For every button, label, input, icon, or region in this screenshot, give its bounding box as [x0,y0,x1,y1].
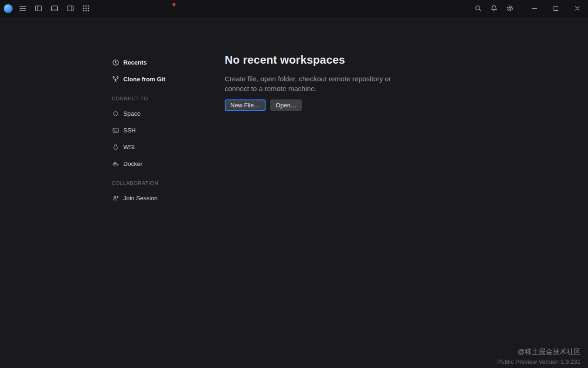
sidebar-item-label: Docker [123,160,142,167]
panel-right-icon[interactable] [65,3,76,14]
search-icon[interactable] [473,3,484,14]
section-header-collaboration: COLLABORATION [112,180,209,186]
space-logo-icon [112,110,119,117]
apps-grid-icon[interactable] [80,3,92,14]
watermark-text: @稀土掘金技术社区 [497,348,581,356]
page-title: No recent workspaces [225,52,439,68]
open-button[interactable]: Open… [270,99,302,111]
sidebar-item-ssh[interactable]: SSH [112,125,209,136]
sidebar-item-label: Join Session [123,195,158,202]
sidebar-item-label: Space [123,110,140,117]
main-content: No recent workspaces Create file, open f… [225,52,439,111]
terminal-icon [112,126,119,134]
minimize-icon[interactable] [527,3,542,14]
titlebar [0,0,588,17]
sidebar-item-label: Recents [123,59,147,66]
linux-penguin-icon [112,143,119,151]
titlebar-right-group [473,3,585,14]
titlebar-left-group [3,3,92,14]
red-pixel-artifact [173,3,175,6]
sidebar-item-recents[interactable]: Recents [112,57,209,68]
footer: @稀土掘金技术社区 Public Preview Version 1.9.231 [497,348,581,365]
action-buttons: New File… Open… [225,99,439,111]
docker-whale-icon [112,160,119,167]
gear-icon[interactable] [504,3,515,14]
welcome-sidebar: Recents Clone from Git CONNECT TO Space … [112,57,209,209]
section-header-connect-to: CONNECT TO [112,96,209,101]
sidebar-item-clone-from-git[interactable]: Clone from Git [112,73,209,85]
version-label: Public Preview Version 1.9.231 [497,358,581,365]
menu-icon[interactable] [17,3,28,14]
page-description: Create file, open folder, checkout remot… [225,74,407,93]
close-icon[interactable] [569,3,585,14]
app-logo-icon[interactable] [4,4,13,13]
sidebar-item-space[interactable]: Space [112,108,209,119]
new-file-button[interactable]: New File… [225,99,266,111]
window-controls [527,3,585,14]
sidebar-item-label: Clone from Git [123,76,165,83]
bell-icon[interactable] [488,3,500,14]
maximize-icon[interactable] [548,3,564,14]
person-plus-icon [112,194,119,202]
panel-left-icon[interactable] [33,3,44,14]
sidebar-item-join-session[interactable]: Join Session [112,192,209,204]
app-window: Recents Clone from Git CONNECT TO Space … [0,0,588,368]
sidebar-item-wsl[interactable]: WSL [112,141,209,152]
git-fork-icon [112,75,119,83]
sidebar-item-label: SSH [123,127,136,134]
panel-bottom-icon[interactable] [49,3,60,14]
sidebar-item-label: WSL [123,144,136,151]
clock-icon [112,59,119,66]
sidebar-item-docker[interactable]: Docker [112,158,209,169]
